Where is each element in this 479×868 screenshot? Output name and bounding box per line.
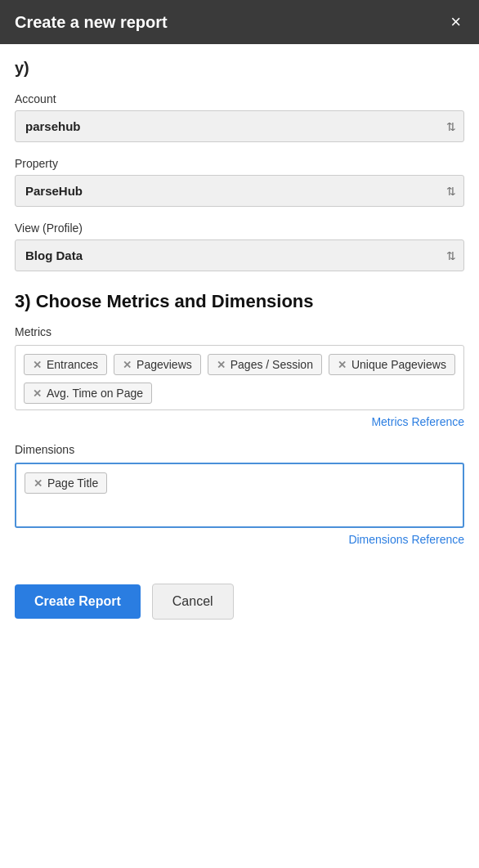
modal-header: Create a new report × [0,0,479,44]
metrics-reference-link[interactable]: Metrics Reference [15,415,464,428]
property-select[interactable]: ParseHub [15,175,464,207]
tag-remove-icon[interactable]: ✕ [123,360,132,370]
modal-title: Create a new report [15,13,168,32]
account-label: Account [15,92,464,105]
metrics-tag: ✕ Avg. Time on Page [24,383,152,404]
property-label: Property [15,157,464,170]
view-field-group: View (Profile) Blog Data ⇅ [15,221,464,271]
tag-remove-icon[interactable]: ✕ [338,360,347,370]
partial-step-label: y) [15,59,464,78]
metrics-section: Metrics ✕ Entrances✕ Pageviews✕ Pages / … [15,325,464,428]
view-select[interactable]: Blog Data [15,239,464,271]
metrics-tag: ✕ Entrances [24,354,107,375]
metrics-tag: ✕ Unique Pageviews [329,354,455,375]
metrics-tags-box: ✕ Entrances✕ Pageviews✕ Pages / Session✕… [15,345,464,410]
tag-remove-icon[interactable]: ✕ [34,478,43,489]
account-field-group: Account parsehub ⇅ [15,92,464,142]
modal-body: y) Account parsehub ⇅ Property ParseHub … [0,44,479,546]
tag-remove-icon[interactable]: ✕ [217,360,226,370]
dimensions-reference-link[interactable]: Dimensions Reference [15,533,464,546]
account-select-wrapper: parsehub ⇅ [15,110,464,142]
metrics-tag: ✕ Pageviews [114,354,201,375]
cancel-button[interactable]: Cancel [152,584,234,620]
account-select[interactable]: parsehub [15,110,464,142]
tag-remove-icon[interactable]: ✕ [33,360,42,370]
create-report-button[interactable]: Create Report [15,584,141,619]
property-field-group: Property ParseHub ⇅ [15,157,464,207]
view-select-wrapper: Blog Data ⇅ [15,239,464,271]
metrics-tag: ✕ Pages / Session [208,354,322,375]
footer-buttons: Create Report Cancel [0,561,479,636]
dimensions-label: Dimensions [15,443,464,456]
step3-heading: 3) Choose Metrics and Dimensions [15,291,464,312]
dimensions-tags-box: ✕ Page Title [15,463,464,528]
dimensions-section: Dimensions ✕ Page Title Dimensions Refer… [15,443,464,546]
close-button[interactable]: × [447,11,464,33]
property-select-wrapper: ParseHub ⇅ [15,175,464,207]
view-label: View (Profile) [15,221,464,235]
tag-remove-icon[interactable]: ✕ [33,388,42,399]
metrics-label: Metrics [15,325,464,338]
dimensions-tag: ✕ Page Title [25,472,107,494]
